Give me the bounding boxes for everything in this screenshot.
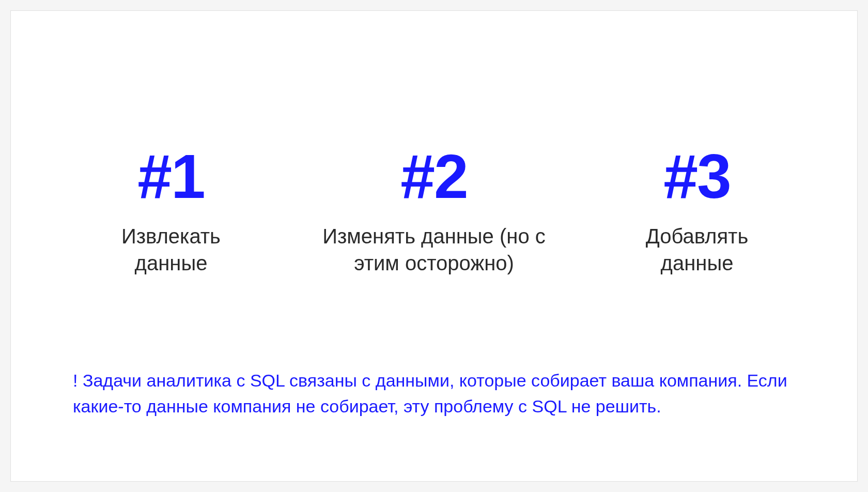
column-2-number: #2 <box>400 145 467 207</box>
column-3-description: Добавлять данные <box>619 223 774 276</box>
slide-container: #1 Извлекать данные #2 Изменять данные (… <box>10 10 858 482</box>
column-2: #2 Изменять данные (но с этим осторожно) <box>300 145 568 276</box>
column-1: #1 Извлекать данные <box>94 145 249 276</box>
column-3-number: #3 <box>663 145 730 207</box>
column-1-description: Извлекать данные <box>94 223 249 276</box>
column-2-description: Изменять данные (но с этим осторожно) <box>300 223 568 276</box>
columns-row: #1 Извлекать данные #2 Изменять данные (… <box>73 145 795 276</box>
footer-note: ! Задачи аналитика с SQL связаны с данны… <box>73 368 795 419</box>
column-3: #3 Добавлять данные <box>619 145 774 276</box>
column-1-number: #1 <box>137 145 204 207</box>
